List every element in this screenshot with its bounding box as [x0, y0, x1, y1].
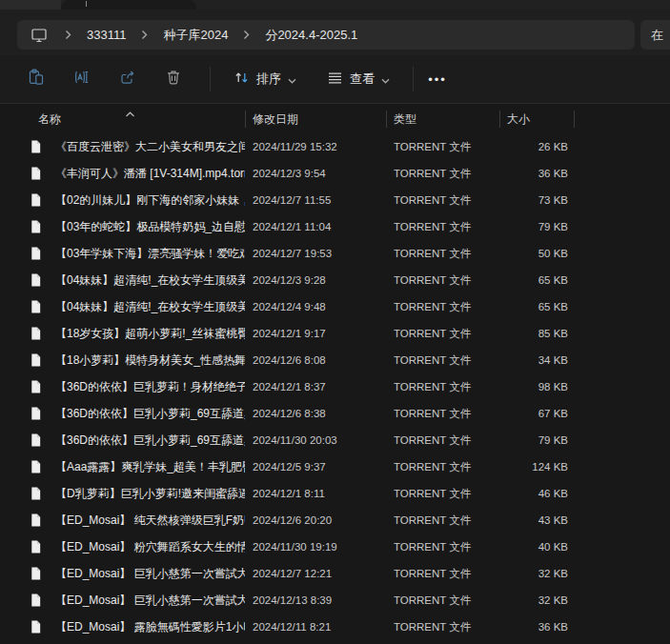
file-name[interactable]: 【04妹妹】超清纯!_在校女学生顶级美乳... [48, 272, 245, 289]
file-row[interactable]: 【ED_Mosai】 露臉無碼性愛影片1小時... 2024/12/11 8:2… [0, 614, 670, 640]
chevron-right-icon[interactable] [230, 30, 263, 40]
file-date-modified: 2024/12/6 8:38 [245, 408, 386, 419]
file-icon [29, 593, 48, 608]
file-icon [29, 352, 48, 368]
address-bar[interactable]: 333111 种子库2024 分2024.4-2025.1 [17, 20, 635, 50]
file-name[interactable]: 《百度云泄密》大二小美女和男友之间的... [48, 139, 245, 155]
column-divider[interactable] [245, 111, 246, 128]
column-header-type[interactable]: 类型 [386, 106, 499, 132]
file-size: 34 KB [499, 354, 574, 366]
chevron-right-icon[interactable] [51, 30, 85, 40]
file-row[interactable]: 【36D的依依】巨乳小萝莉_69互舔道具... 2024/12/6 8:38 T… [0, 400, 670, 427]
search-placeholder-text: 在 [651, 27, 663, 44]
file-name[interactable]: 【02的川妹儿】刚下海的邻家小妹妹，2... [48, 192, 245, 209]
file-name[interactable]: 【36D的依依】巨乳小萝莉_69互舔道具... [48, 433, 245, 449]
file-size: 26 KB [499, 141, 574, 152]
file-row[interactable]: 【04妹妹】超清纯!_在校女学生顶级美乳... 2024/12/4 9:48 T… [0, 293, 670, 320]
file-name[interactable]: 【36D的依依】巨乳小萝莉_69互舔道具... [48, 406, 245, 422]
file-row[interactable]: 《丰润可人》潘潘 [1V-314M].mp4.torr... 2024/12/3… [0, 160, 670, 187]
file-row[interactable]: 【ED_Mosai】 巨乳小慈第一次嘗試大屌... 2024/12/13 8:3… [0, 587, 670, 614]
chevron-down-icon [381, 72, 390, 87]
file-name[interactable]: 【18小萝莉】模特身材美女_性感热舞首... [48, 352, 245, 369]
file-name[interactable]: 【03年的蛇蛇】极品模特奶妈_边自慰边... [48, 219, 245, 235]
file-size: 65 KB [499, 274, 574, 286]
sort-button[interactable]: 排序 [224, 63, 306, 95]
file-type: TORRENT 文件 [386, 594, 499, 608]
view-button[interactable]: 查看 [317, 63, 399, 95]
rename-button[interactable] [65, 63, 99, 95]
column-header-size[interactable]: 大小 [499, 106, 574, 132]
search-input[interactable]: 在 [640, 20, 670, 50]
file-name[interactable]: 【03年学妹下海】漂亮骚学妹！爱吃鸡... [48, 246, 245, 262]
column-divider[interactable] [574, 111, 575, 128]
file-type: TORRENT 文件 [386, 513, 499, 528]
share-button[interactable] [111, 63, 145, 95]
file-row[interactable]: 【04妹妹】超清纯!_在校女学生顶级美乳... 2024/12/3 9:28 T… [0, 267, 670, 293]
active-tab[interactable] [61, 0, 196, 10]
file-name[interactable]: 【D乳萝莉】巨乳小萝莉!邀来闺蜜舔逼道... [48, 486, 245, 502]
file-row[interactable]: 【ED_Mosai】 巨乳小慈第一次嘗試大屌... 2024/12/7 12:2… [0, 560, 670, 587]
this-pc-icon[interactable] [30, 27, 48, 44]
file-name[interactable]: 【ED_Mosai】 粉穴舞蹈系女大生的情慾... [48, 539, 245, 555]
column-divider[interactable] [499, 111, 500, 128]
file-type: TORRENT 文件 [386, 327, 499, 341]
column-divider[interactable] [386, 111, 387, 128]
file-row[interactable]: 【ED_Mosai】 纯天然核弹级巨乳F奶Un... 2024/12/6 20:… [0, 507, 670, 533]
file-type: TORRENT 文件 [386, 273, 499, 288]
file-icon [29, 219, 48, 234]
file-type: TORRENT 文件 [386, 247, 499, 261]
file-name[interactable]: 《丰润可人》潘潘 [1V-314M].mp4.torr... [48, 166, 245, 182]
file-name[interactable]: 【ED_Mosai】 露臉無碼性愛影片1小時... [48, 619, 245, 635]
toolbar-divider [210, 67, 211, 91]
file-row[interactable]: 《百度云泄密》大二小美女和男友之间的... 2024/11/29 15:32 T… [0, 133, 670, 160]
file-date-modified: 2024/12/1 9:17 [245, 328, 386, 339]
file-row[interactable]: 【02的川妹儿】刚下海的邻家小妹妹，2... 2024/12/7 11:55 T… [0, 187, 670, 213]
more-options-button[interactable]: ••• [421, 63, 454, 95]
file-date-modified: 2024/11/29 15:32 [245, 141, 386, 152]
column-header-name[interactable]: 名称 [29, 106, 245, 132]
tab-bar [0, 0, 670, 10]
sort-icon [233, 70, 250, 89]
file-icon [29, 459, 48, 474]
file-size: 36 KB [499, 168, 574, 179]
file-date-modified: 2024/12/1 11:04 [245, 221, 386, 232]
file-date-modified: 2024/12/7 19:53 [245, 248, 386, 259]
file-date-modified: 2024/12/6 8:08 [245, 354, 386, 366]
file-icon [29, 246, 48, 261]
file-name[interactable]: 【ED_Mosai】 纯天然核弹级巨乳F奶Un... [48, 513, 245, 529]
breadcrumb-item-current[interactable]: 分2024.4-2025.1 [263, 27, 359, 44]
file-icon [29, 566, 48, 581]
file-date-modified: 2024/12/1 8:37 [245, 381, 386, 392]
breadcrumb-item[interactable]: 333111 [85, 28, 128, 42]
sort-button-label: 排序 [256, 70, 281, 88]
file-row[interactable]: 【03年学妹下海】漂亮骚学妹！爱吃鸡... 2024/12/7 19:53 TO… [0, 240, 670, 267]
file-date-modified: 2024/12/7 11:55 [245, 194, 386, 206]
file-size: 36 KB [499, 621, 574, 633]
file-name[interactable]: 【Aaa露露】爽乳学妹_超美！丰乳肥臀... [48, 459, 245, 475]
file-row[interactable]: 【Aaa露露】爽乳学妹_超美！丰乳肥臀... 2024/12/5 9:37 TO… [0, 453, 670, 480]
file-row[interactable]: 【18岁女孩】超萌小萝莉!_丝袜蜜桃臀道... 2024/12/1 9:17 T… [0, 320, 670, 347]
file-row[interactable]: 【ED_Mosai】 粉穴舞蹈系女大生的情慾... 2024/11/30 19:… [0, 533, 670, 560]
breadcrumb-item[interactable]: 种子库2024 [161, 27, 230, 44]
file-name[interactable]: 【04妹妹】超清纯!_在校女学生顶级美乳... [48, 299, 245, 315]
file-size: 85 KB [499, 328, 574, 339]
file-name[interactable]: 【ED_Mosai】 巨乳小慈第一次嘗試大屌... [48, 593, 245, 609]
file-type: TORRENT 文件 [386, 460, 499, 474]
chevron-right-icon[interactable] [128, 30, 161, 40]
file-name[interactable]: 【ED_Mosai】 巨乳小慈第一次嘗試大屌... [48, 566, 245, 582]
paste-icon [28, 69, 45, 90]
file-row[interactable]: 【03年的蛇蛇】极品模特奶妈_边自慰边... 2024/12/1 11:04 T… [0, 213, 670, 240]
file-row[interactable]: 【36D的依依】巨乳小萝莉_69互舔道具... 2024/11/30 20:03… [0, 427, 670, 453]
file-type: TORRENT 文件 [386, 140, 499, 154]
file-type: TORRENT 文件 [386, 620, 499, 634]
file-row[interactable]: 【36D的依依】巨乳萝莉！身材绝绝子白... 2024/12/1 8:37 TO… [0, 373, 670, 400]
column-header-date-modified[interactable]: 修改日期 [245, 106, 386, 132]
file-name[interactable]: 【36D的依依】巨乳萝莉！身材绝绝子白... [48, 379, 245, 395]
paste-button[interactable] [19, 63, 53, 95]
file-row[interactable]: 【D乳萝莉】巨乳小萝莉!邀来闺蜜舔逼道... 2024/12/1 8:11 TO… [0, 480, 670, 507]
file-list: 《百度云泄密》大二小美女和男友之间的... 2024/11/29 15:32 T… [0, 133, 670, 640]
file-row[interactable]: 【18小萝莉】模特身材美女_性感热舞首... 2024/12/6 8:08 TO… [0, 347, 670, 373]
file-name[interactable]: 【18岁女孩】超萌小萝莉!_丝袜蜜桃臀道... [48, 326, 245, 342]
file-type: TORRENT 文件 [386, 407, 499, 421]
delete-button[interactable] [156, 63, 191, 95]
